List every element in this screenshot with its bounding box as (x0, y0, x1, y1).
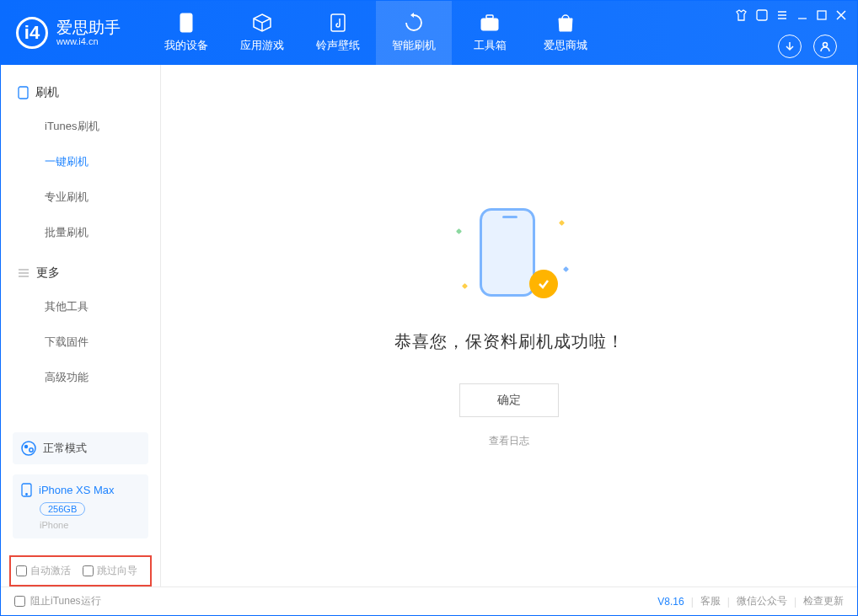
sidebar-item-batch[interactable]: 批量刷机 (1, 215, 160, 250)
mode-indicator[interactable]: 正常模式 (13, 432, 148, 464)
service-link[interactable]: 客服 (700, 594, 721, 608)
bag-icon (555, 13, 576, 33)
user-button[interactable] (813, 35, 837, 58)
svg-rect-6 (818, 11, 826, 19)
feedback-icon[interactable] (756, 9, 768, 21)
phone-small-icon (21, 483, 32, 497)
svg-rect-4 (486, 15, 493, 19)
svg-rect-3 (481, 19, 498, 30)
window-controls (735, 9, 847, 21)
svg-point-10 (24, 445, 28, 448)
briefcase-icon (480, 13, 500, 33)
check-badge-icon (529, 270, 558, 298)
block-itunes-checkbox[interactable]: 阻止iTunes运行 (14, 594, 101, 608)
nav-ring[interactable]: 铃声壁纸 (300, 1, 376, 65)
options-row: 自动激活 跳过向导 (9, 555, 152, 587)
sidebar-item-advanced[interactable]: 高级功能 (1, 360, 160, 395)
sidebar-group-more[interactable]: 更多 (1, 257, 160, 289)
sidebar-item-firmware[interactable]: 下载固件 (1, 324, 160, 360)
list-icon (18, 268, 29, 278)
brand-url: www.i4.cn (56, 36, 121, 46)
sidebar-item-onekey[interactable]: 一键刷机 (1, 144, 160, 179)
nav-device[interactable]: 我的设备 (148, 1, 224, 65)
download-button[interactable] (778, 35, 802, 58)
svg-point-13 (26, 494, 28, 495)
svg-point-9 (22, 442, 35, 455)
sidebar-item-itunes[interactable]: iTunes刷机 (1, 109, 160, 144)
maximize-icon[interactable] (817, 10, 827, 20)
device-box[interactable]: iPhone XS Max 256GB iPhone (13, 474, 148, 538)
nav: 我的设备 应用游戏 铃声壁纸 智能刷机 工具箱 爱思商城 (148, 1, 603, 65)
version-label: V8.16 (657, 596, 684, 608)
tshirt-icon[interactable] (735, 9, 748, 21)
header-actions (778, 35, 837, 58)
wechat-link[interactable]: 微信公众号 (737, 594, 787, 608)
device-capacity: 256GB (40, 502, 85, 516)
svg-rect-8 (19, 87, 28, 99)
sidebar-item-other[interactable]: 其他工具 (1, 289, 160, 324)
logo: i4 爱思助手 www.i4.cn (1, 1, 136, 65)
skip-guide-checkbox[interactable]: 跳过向导 (83, 564, 137, 578)
cube-icon (252, 13, 272, 33)
success-message: 恭喜您，保资料刷机成功啦！ (394, 330, 625, 353)
minimize-icon[interactable] (796, 9, 808, 21)
auto-activate-checkbox[interactable]: 自动激活 (16, 564, 71, 578)
nav-apps[interactable]: 应用游戏 (224, 1, 300, 65)
footer: 阻止iTunes运行 V8.16 | 客服 | 微信公众号 | 检查更新 (1, 587, 857, 615)
success-illustration (450, 204, 568, 305)
update-link[interactable]: 检查更新 (803, 594, 844, 608)
device-icon (18, 86, 29, 99)
svg-rect-5 (757, 10, 767, 20)
header: i4 爱思助手 www.i4.cn 我的设备 应用游戏 铃声壁纸 智能刷机 工具… (1, 1, 857, 65)
menu-icon[interactable] (776, 9, 788, 21)
ok-button[interactable]: 确定 (459, 383, 559, 417)
mode-icon (21, 441, 36, 456)
svg-rect-2 (331, 14, 345, 31)
brand-name: 爱思助手 (56, 19, 121, 37)
nav-flash[interactable]: 智能刷机 (376, 1, 452, 65)
device-type: iPhone (40, 520, 140, 530)
svg-point-11 (29, 448, 33, 452)
main-content: 恭喜您，保资料刷机成功啦！ 确定 查看日志 (161, 65, 857, 587)
phone-icon (176, 13, 196, 33)
svg-rect-1 (185, 29, 188, 30)
sidebar: 刷机 iTunes刷机 一键刷机 专业刷机 批量刷机 更多 其他工具 下载固件 … (1, 65, 161, 587)
nav-tools[interactable]: 工具箱 (452, 1, 528, 65)
close-icon[interactable] (835, 9, 847, 21)
nav-store[interactable]: 爱思商城 (528, 1, 603, 65)
logo-icon: i4 (16, 17, 48, 49)
sidebar-item-pro[interactable]: 专业刷机 (1, 179, 160, 215)
device-name: iPhone XS Max (39, 484, 115, 496)
view-log-link[interactable]: 查看日志 (489, 434, 529, 448)
refresh-icon (404, 13, 424, 33)
sidebar-group-flash[interactable]: 刷机 (1, 77, 160, 109)
svg-point-7 (823, 43, 828, 47)
music-icon (328, 13, 348, 33)
